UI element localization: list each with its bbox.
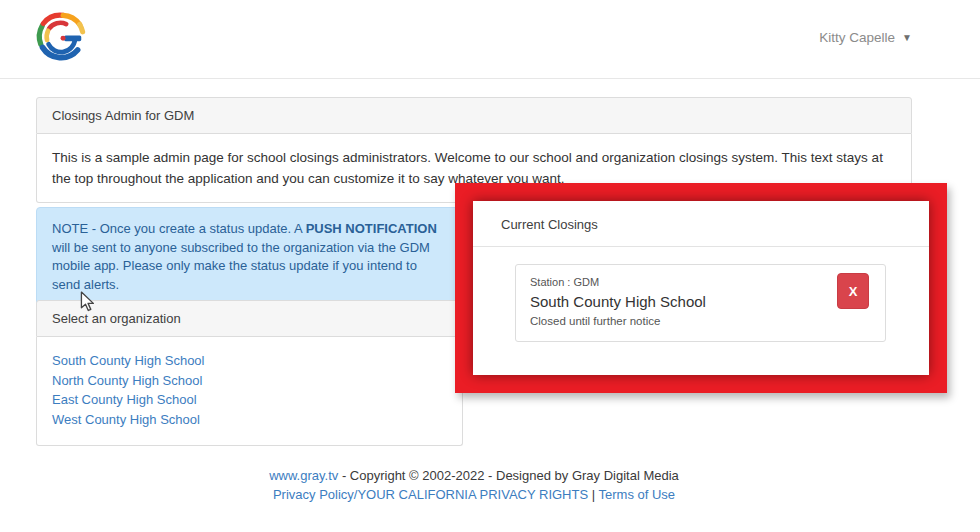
admin-panel-title: Closings Admin for GDM	[36, 97, 912, 134]
red-highlight-annotation: Current Closings Station : GDM South Cou…	[455, 183, 947, 393]
user-dropdown[interactable]: Kitty Capelle ▼	[819, 30, 912, 45]
page-footer: www.gray.tv - Copyright © 2002-2022 - De…	[0, 466, 948, 504]
note-text-pre: NOTE - Once you create a status update. …	[52, 221, 306, 236]
footer-copyright-line: www.gray.tv - Copyright © 2002-2022 - De…	[0, 466, 948, 485]
organization-panel-title: Select an organization	[36, 300, 463, 337]
user-name: Kitty Capelle	[819, 30, 895, 45]
footer-legal-line: Privacy Policy/YOUR CALIFORNIA PRIVACY R…	[0, 485, 948, 504]
privacy-policy-link[interactable]: Privacy Policy/YOUR CALIFORNIA PRIVACY R…	[273, 487, 588, 502]
closing-organization-name: South County High School	[530, 291, 825, 313]
closing-station-label: Station : GDM	[530, 274, 825, 291]
closing-list-item: Station : GDM South County High School C…	[515, 264, 886, 342]
organization-list: South County High School North County Hi…	[36, 337, 463, 446]
organization-panel: Select an organization South County High…	[36, 300, 463, 446]
chevron-down-icon: ▼	[902, 33, 912, 43]
org-link-west-county[interactable]: West County High School	[52, 410, 447, 430]
top-navbar: Kitty Capelle ▼	[0, 0, 980, 79]
org-link-south-county[interactable]: South County High School	[52, 351, 447, 371]
current-closings-panel: Current Closings Station : GDM South Cou…	[473, 201, 929, 375]
current-closings-title: Current Closings	[473, 201, 929, 247]
gray-g-logo-icon	[34, 10, 88, 64]
note-text-post: will be sent to anyone subscribed to the…	[52, 240, 430, 292]
org-link-north-county[interactable]: North County High School	[52, 371, 447, 391]
page: Kitty Capelle ▼ Closings Admin for GDM T…	[0, 0, 980, 532]
footer-separator: |	[588, 487, 598, 502]
gray-media-logo[interactable]	[34, 10, 88, 64]
note-text-bold: PUSH NOTIFICATION	[306, 221, 437, 236]
delete-closing-button[interactable]: X	[837, 273, 869, 309]
copyright-text: - Copyright © 2002-2022 - Designed by Gr…	[338, 468, 679, 483]
org-link-east-county[interactable]: East County High School	[52, 390, 447, 410]
gray-tv-link[interactable]: www.gray.tv	[269, 468, 338, 483]
push-notification-note: NOTE - Once you create a status update. …	[36, 207, 460, 307]
closing-status-text: Closed until further notice	[530, 313, 825, 330]
mouse-cursor-icon	[80, 291, 95, 316]
terms-of-use-link[interactable]: Terms of Use	[599, 487, 676, 502]
